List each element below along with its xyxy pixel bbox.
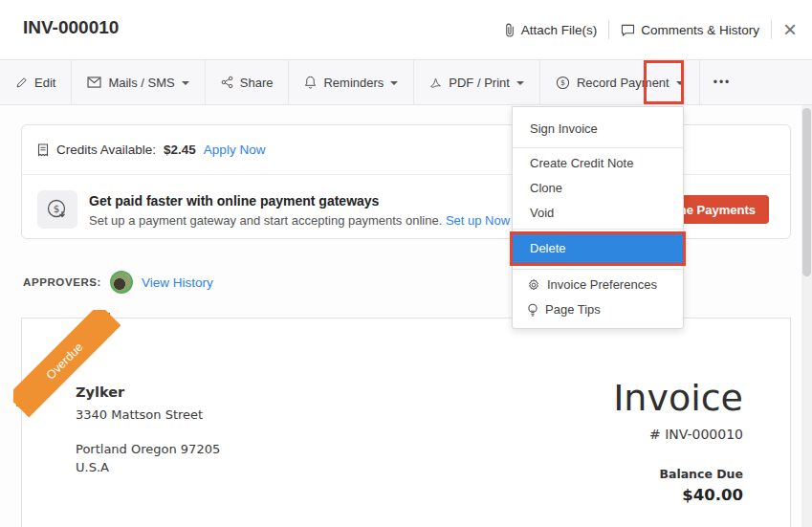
share-icon <box>221 76 233 89</box>
page-tips-label: Page Tips <box>545 297 601 322</box>
chevron-down-icon <box>182 81 189 85</box>
menu-item-page-tips[interactable]: Page Tips <box>513 297 683 322</box>
comments-history-button[interactable]: Comments & History <box>609 23 771 37</box>
seller-company-name: Zylker <box>76 382 220 403</box>
seller-address-line3: U.S.A <box>76 458 220 476</box>
payment-gateway-icon: $ <box>37 190 77 229</box>
balance-due-label: Balance Due <box>613 467 743 481</box>
menu-divider <box>513 147 683 148</box>
close-icon[interactable]: × <box>772 1 808 58</box>
lightbulb-icon <box>527 303 538 318</box>
attach-files-button[interactable]: Attach File(s) <box>493 23 609 37</box>
menu-item-delete[interactable]: Delete <box>513 234 683 263</box>
svg-text:$: $ <box>560 78 565 87</box>
chevron-down-icon <box>676 81 684 85</box>
banner-title: Get paid faster with online payment gate… <box>89 193 379 209</box>
banner-description-text: Set up a payment gateway and start accep… <box>89 213 442 228</box>
envelope-icon <box>87 77 101 88</box>
balance-due-amount: $40.00 <box>613 486 743 504</box>
banner-description: Set up a payment gateway and start accep… <box>89 213 510 228</box>
attach-files-label: Attach File(s) <box>521 23 598 37</box>
menu-item-sign-invoice[interactable]: Sign Invoice <box>513 113 683 144</box>
bell-icon <box>304 76 317 89</box>
view-history-link[interactable]: View History <box>142 275 213 290</box>
credits-amount: $2.45 <box>164 143 196 157</box>
scrollbar-thumb[interactable] <box>802 108 811 276</box>
seller-address-block: Zylker 3340 Mattson Street Portland Oreg… <box>76 382 220 476</box>
share-label: Share <box>240 76 274 90</box>
more-actions-menu: Sign Invoice Create Credit Note Clone Vo… <box>512 106 684 329</box>
mails-sms-label: Mails / SMS <box>108 76 174 90</box>
header-actions: Attach File(s) Comments & History × <box>493 0 808 59</box>
menu-divider <box>513 229 683 230</box>
credit-note-icon <box>37 143 49 157</box>
apply-now-link[interactable]: Apply Now <box>204 143 266 157</box>
gear-icon <box>527 278 540 292</box>
scrollbar-track[interactable] <box>801 105 812 527</box>
menu-divider <box>513 269 683 270</box>
toolbar: Edit Mails / SMS Share Reminders PDF / P… <box>0 59 812 105</box>
menu-item-clone[interactable]: Clone <box>513 176 683 201</box>
pdf-print-label: PDF / Print <box>449 76 510 90</box>
credits-label: Credits Available: <box>56 143 156 157</box>
seller-address-line1: 3340 Mattson Street <box>76 406 220 424</box>
overdue-ribbon-label: Overdue <box>44 340 86 383</box>
address-gap <box>76 424 220 440</box>
seller-address-line2: Portland Oregon 97205 <box>76 440 220 458</box>
page-title: INV-000010 <box>23 17 119 38</box>
menu-item-create-credit-note[interactable]: Create Credit Note <box>513 151 683 176</box>
menu-item-invoice-preferences[interactable]: Invoice Preferences <box>513 273 683 297</box>
comment-bubble-icon <box>621 24 635 36</box>
invoice-preferences-label: Invoice Preferences <box>547 273 657 297</box>
edit-label: Edit <box>34 76 55 90</box>
invoice-doc-title: Invoice <box>613 376 743 420</box>
record-payment-button[interactable]: $ Record Payment <box>540 60 700 104</box>
svg-text:$: $ <box>54 203 60 214</box>
edit-button[interactable]: Edit <box>0 60 72 104</box>
approvers-label: APPROVERS: <box>23 276 101 288</box>
pdf-icon <box>429 77 442 89</box>
more-actions-button[interactable]: ••• <box>700 60 745 104</box>
menu-item-void[interactable]: Void <box>513 201 683 226</box>
chevron-down-icon <box>390 81 398 85</box>
invoice-header-block: Invoice # INV-000010 Balance Due $40.00 <box>613 376 743 504</box>
reminders-button[interactable]: Reminders <box>289 60 414 104</box>
comments-history-label: Comments & History <box>641 23 759 37</box>
setup-now-link[interactable]: Set up Now <box>446 213 510 228</box>
invoice-number: # INV-000010 <box>613 427 743 442</box>
reminders-label: Reminders <box>323 76 384 90</box>
approvers-row: APPROVERS: View History <box>23 271 213 294</box>
pdf-print-button[interactable]: PDF / Print <box>414 60 540 104</box>
approver-avatar[interactable] <box>110 271 133 294</box>
dollar-circle-icon: $ <box>556 76 570 90</box>
pencil-icon <box>15 77 28 89</box>
mails-sms-button[interactable]: Mails / SMS <box>72 60 205 104</box>
invoice-preview-card: Overdue Zylker 3340 Mattson Street Portl… <box>21 318 791 527</box>
header: INV-000010 Attach File(s) Comments & His… <box>0 0 812 59</box>
record-payment-label: Record Payment <box>577 76 669 90</box>
paperclip-icon <box>504 23 516 37</box>
share-button[interactable]: Share <box>206 60 290 104</box>
chevron-down-icon <box>516 81 524 85</box>
